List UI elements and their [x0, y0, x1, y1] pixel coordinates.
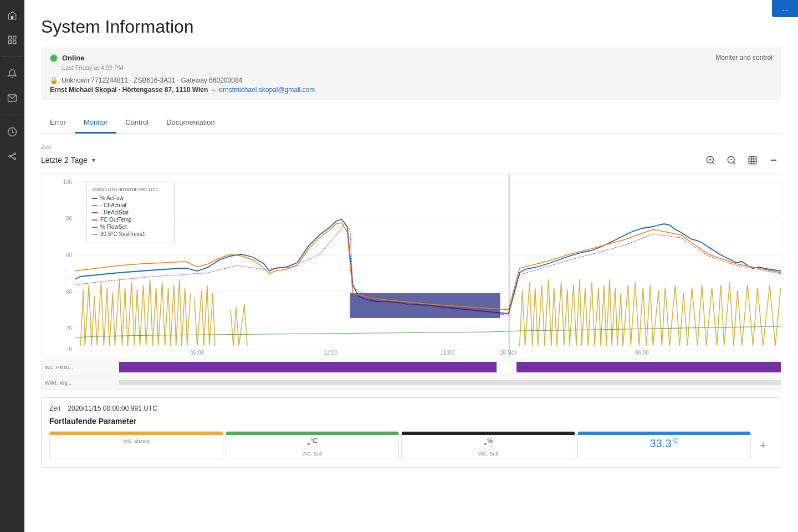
svg-line-17 [733, 162, 735, 163]
tab-documentation[interactable]: Documentation [157, 112, 223, 134]
param-card-3: -% WG: Soll [401, 431, 575, 459]
time-label: Zeit [41, 144, 781, 150]
chart-tools [703, 152, 781, 168]
param-card-1: WG: afsrate [49, 431, 223, 459]
svg-rect-4 [13, 41, 16, 44]
svg-text:18:00: 18:00 [441, 350, 455, 356]
status-last-seen: Last Friday at 4:09 PM [62, 64, 315, 71]
mini-charts: WC: Heizu... WW1: Wg... [41, 359, 781, 390]
param-card-2-body: -°C WG: Soll [226, 435, 399, 459]
page-title: System Information [41, 17, 781, 37]
fortlaufende-title: Fortlaufende Parameter [49, 417, 773, 426]
param-card-4: 33.3°C [577, 431, 751, 459]
sidebar-divider-1 [2, 57, 22, 57]
sidebar-grid-icon[interactable] [2, 30, 22, 50]
add-param-button[interactable]: + [753, 436, 773, 456]
tooltip-item-4: FC OutTemp [92, 217, 168, 223]
sidebar-bell-icon[interactable] [2, 64, 22, 84]
tooltip-time: 2020/11/15 00:00:00.991 UTC [92, 187, 168, 192]
svg-point-9 [14, 158, 16, 160]
svg-text:06:00: 06:00 [635, 350, 649, 356]
status-monitor-control: Monitor and control [715, 54, 773, 62]
svg-line-11 [11, 156, 14, 158]
time-range-dropdown-icon[interactable]: ▾ [92, 156, 95, 164]
svg-text:18 Nov: 18 Nov [500, 350, 518, 356]
zeit-label: Zeit [49, 405, 60, 412]
time-select: Letzte 2 Tage ▾ [41, 156, 95, 165]
param-card-2-label: WG: Soll [229, 451, 396, 457]
param-card-1-body: WG: afsrate [50, 435, 223, 446]
time-range-label: Letzte 2 Tage [41, 156, 88, 165]
zoom-in-button[interactable] [703, 152, 718, 168]
owner-email-link[interactable]: ernstmichael.skopal@gmail.com [219, 86, 315, 94]
mini-chart-1-label: WC: Heizu... [42, 359, 119, 376]
lock-icon: 🔒 [50, 76, 58, 84]
top-action-button[interactable]: ... [772, 0, 798, 17]
svg-rect-0 [11, 16, 14, 19]
tooltip-item-3: - HeActStat [92, 209, 168, 216]
svg-rect-3 [8, 41, 11, 44]
svg-text:80: 80 [66, 216, 73, 222]
sidebar [0, 0, 24, 532]
chart-section: Zeit Letzte 2 Tage ▾ [41, 144, 781, 390]
svg-rect-39 [350, 293, 500, 318]
zeit-header: Zeit 2020/11/15 00:00:00.991 UTC [49, 405, 773, 412]
main-content: ... System Information Online Last Frida… [24, 0, 798, 532]
svg-text:0: 0 [69, 346, 73, 352]
svg-line-10 [11, 154, 14, 156]
sidebar-home-icon[interactable] [2, 6, 22, 25]
chart-controls: Letzte 2 Tage ▾ [41, 152, 781, 168]
svg-text:12:00: 12:00 [324, 350, 338, 356]
tooltip-item-2: - ChActual [92, 202, 168, 208]
svg-rect-19 [749, 156, 756, 164]
mini-chart-1: WC: Heizu... [41, 359, 781, 376]
status-card: Online Last Friday at 4:09 PM 🔒 Unknown … [41, 47, 781, 100]
svg-point-7 [9, 156, 11, 157]
param-card-2-value: -°C [229, 437, 396, 450]
chart-tooltip: 2020/11/15 00:00:00.991 UTC % AcFow - Ch… [86, 182, 175, 243]
param-card-3-value: -% [405, 437, 571, 450]
tab-error[interactable]: Error [41, 112, 75, 134]
main-chart-wrapper: 2020/11/15 00:00:00.991 UTC % AcFow - Ch… [41, 173, 781, 357]
tab-monitor[interactable]: Monitor [75, 112, 116, 134]
svg-rect-1 [8, 36, 11, 39]
param-card-3-label: WG: Soll [405, 451, 571, 457]
svg-text:06:00: 06:00 [190, 350, 204, 356]
status-text: Online [62, 54, 84, 62]
status-owner-info: Ernst Michael Skopal · Hörtengasse 87, 1… [50, 86, 315, 94]
param-card-3-body: -% WG: Soll [402, 435, 575, 459]
svg-rect-2 [13, 36, 16, 39]
sidebar-divider-2 [2, 115, 22, 115]
svg-text:40: 40 [66, 289, 73, 295]
svg-line-13 [712, 162, 714, 163]
mini-chart-2-label: WW1: Wg... [42, 376, 119, 389]
sidebar-connect-icon[interactable] [2, 146, 22, 166]
param-cards: WG: afsrate -°C WG: Soll -% WG: Soll [49, 431, 773, 459]
zoom-out-button[interactable] [724, 152, 739, 168]
mini-chart-2: WW1: Wg... [41, 376, 781, 390]
zeit-time-value: 2020/11/15 00:00:00.991 UTC [68, 405, 157, 412]
reset-button[interactable] [745, 152, 760, 168]
status-online-row: Online [50, 54, 315, 62]
svg-text:100: 100 [63, 179, 72, 185]
tabs-container: Error Monitor Control Documentation [41, 112, 781, 134]
tooltip-item-5: % FlowSet [92, 224, 168, 230]
status-left: Online Last Friday at 4:09 PM 🔒 Unknown … [50, 54, 315, 94]
sidebar-mail-icon[interactable] [2, 88, 22, 108]
tab-control[interactable]: Control [116, 112, 157, 134]
tooltip-item-6: 30.5°C SysPress1 [92, 231, 168, 237]
tooltip-item-1: % AcFow [92, 195, 168, 201]
param-card-4-body: 33.3°C [578, 435, 751, 453]
param-card-2: -°C WG: Soll [226, 431, 400, 459]
param-card-1-label: WG: afsrate [53, 438, 219, 444]
status-indicator [50, 54, 58, 62]
status-device-info: 🔒 Unknown 7712244811 · ZSB616-3A31 · Gat… [50, 76, 315, 84]
param-card-4-value: 33.3°C [581, 437, 748, 450]
minus-button[interactable] [766, 152, 781, 168]
svg-text:60: 60 [66, 252, 73, 258]
sidebar-clock-icon[interactable] [2, 122, 22, 142]
svg-rect-33 [509, 174, 510, 357]
svg-text:20: 20 [66, 325, 73, 331]
zeit-section: Zeit 2020/11/15 00:00:00.991 UTC Fortlau… [41, 397, 781, 468]
svg-point-8 [14, 153, 16, 155]
